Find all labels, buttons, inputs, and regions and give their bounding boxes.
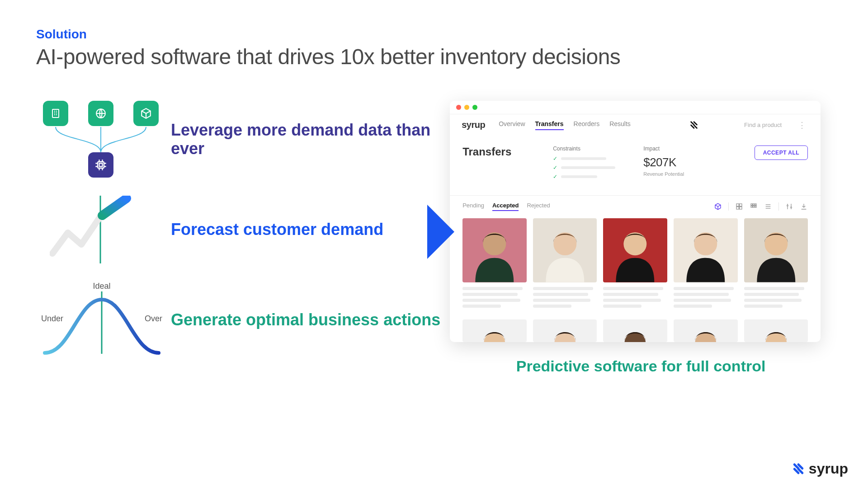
constraints-label: Constraints — [553, 145, 625, 152]
product-placeholder-text — [533, 287, 597, 308]
impact-subtitle: Revenue Potential — [643, 171, 684, 177]
nav-results[interactable]: Results — [609, 120, 631, 130]
svg-rect-0 — [52, 109, 59, 117]
svg-rect-9 — [740, 207, 742, 209]
svg-point-23 — [483, 232, 506, 255]
globe-icon — [88, 101, 113, 126]
more-menu-icon[interactable]: ⋮ — [795, 120, 809, 130]
product-card[interactable] — [744, 218, 808, 310]
nav-transfers[interactable]: Transfers — [535, 120, 564, 130]
bottom-tagline: Predictive software for full control — [450, 357, 832, 375]
svg-point-22 — [791, 207, 792, 208]
svg-point-29 — [554, 332, 576, 342]
app-nav: Overview Transfers Reorders Results — [499, 120, 631, 130]
page-title: Transfers — [462, 145, 535, 158]
tab-rejected[interactable]: Rejected — [527, 202, 550, 211]
svg-point-20 — [787, 205, 788, 206]
svg-rect-7 — [740, 204, 742, 206]
app-window: syrup Overview Transfers Reorders Result… — [450, 101, 821, 342]
product-card[interactable] — [533, 218, 597, 310]
product-image — [533, 218, 597, 282]
accept-all-button[interactable]: ACCEPT ALL — [755, 145, 808, 160]
brand-name: syrup — [809, 460, 848, 477]
svg-rect-8 — [736, 207, 739, 209]
product-card[interactable] — [462, 218, 527, 310]
bell-curve-graphic: Ideal Under Over — [38, 282, 165, 358]
tab-pending[interactable]: Pending — [462, 202, 484, 211]
check-icon: ✓ — [553, 155, 557, 162]
cube-icon — [133, 101, 159, 126]
svg-rect-6 — [736, 204, 739, 206]
package-icon[interactable] — [714, 202, 722, 211]
product-image — [744, 218, 808, 282]
brand-footer: syrup — [792, 460, 848, 477]
product-image — [603, 218, 667, 282]
features-column: Leverage more demand data than ever — [36, 101, 450, 375]
view-tools — [714, 202, 808, 211]
svg-rect-15 — [755, 206, 757, 207]
check-icon: ✓ — [553, 174, 557, 180]
svg-rect-11 — [753, 204, 755, 205]
product-card[interactable] — [603, 319, 667, 342]
window-minimize-icon[interactable] — [464, 105, 469, 110]
svg-point-31 — [695, 332, 716, 342]
svg-point-26 — [694, 232, 717, 255]
svg-point-24 — [553, 232, 576, 255]
product-card[interactable] — [674, 319, 738, 342]
app-logo: syrup — [462, 120, 485, 130]
window-titlebar — [450, 101, 821, 114]
bell-ideal-label: Ideal — [93, 282, 110, 291]
window-close-icon[interactable] — [456, 105, 461, 110]
svg-rect-12 — [755, 204, 757, 205]
bell-over-label: Over — [145, 314, 162, 324]
building-icon — [43, 101, 68, 126]
product-image — [674, 218, 738, 282]
chip-icon — [88, 152, 113, 178]
impact-value: $207K — [643, 155, 684, 169]
list-icon[interactable] — [764, 202, 772, 211]
feature-optimal-text: Generate optimal business actions — [167, 310, 440, 329]
svg-point-30 — [625, 332, 646, 342]
nav-reorders[interactable]: Reorders — [574, 120, 600, 130]
grid-large-icon[interactable] — [735, 202, 743, 211]
syrup-mark-icon — [658, 120, 731, 130]
status-tabs: Pending Accepted Rejected — [462, 202, 550, 211]
nav-overview[interactable]: Overview — [499, 120, 525, 130]
download-icon[interactable] — [800, 202, 808, 211]
product-placeholder-text — [462, 287, 527, 308]
product-card[interactable] — [462, 319, 527, 342]
feature-leverage-text: Leverage more demand data than ever — [167, 121, 441, 158]
svg-point-28 — [484, 332, 505, 342]
product-card[interactable] — [674, 218, 738, 310]
product-placeholder-text — [674, 287, 738, 308]
product-placeholder-text — [603, 287, 667, 308]
window-zoom-icon[interactable] — [472, 105, 477, 110]
slide-eyebrow: Solution — [36, 27, 832, 42]
tab-accepted[interactable]: Accepted — [492, 202, 519, 211]
svg-point-27 — [764, 232, 788, 255]
bell-under-label: Under — [41, 314, 63, 324]
svg-rect-14 — [753, 206, 755, 207]
arrow-right-icon — [427, 205, 454, 259]
syrup-mark-icon — [792, 462, 805, 476]
check-icon: ✓ — [553, 164, 557, 171]
forecast-graphic — [50, 196, 154, 263]
grid-small-icon[interactable] — [750, 202, 758, 211]
product-card[interactable] — [533, 319, 597, 342]
product-image — [462, 218, 527, 282]
product-card[interactable] — [603, 218, 667, 310]
feature-forecast-text: Forecast customer demand — [167, 220, 383, 239]
svg-point-25 — [624, 232, 647, 255]
svg-rect-10 — [751, 204, 752, 205]
product-card[interactable] — [744, 319, 808, 342]
svg-rect-2 — [98, 162, 104, 168]
sliders-icon[interactable] — [785, 202, 793, 211]
svg-point-32 — [765, 332, 787, 342]
search-input[interactable]: Find a product — [744, 122, 782, 128]
svg-rect-3 — [99, 164, 103, 167]
slide-headline: AI-powered software that drives 10x bett… — [36, 44, 832, 69]
svg-rect-13 — [751, 206, 752, 207]
product-placeholder-text — [744, 287, 808, 308]
data-sources-graphic — [43, 101, 160, 178]
impact-label: Impact — [643, 145, 684, 152]
